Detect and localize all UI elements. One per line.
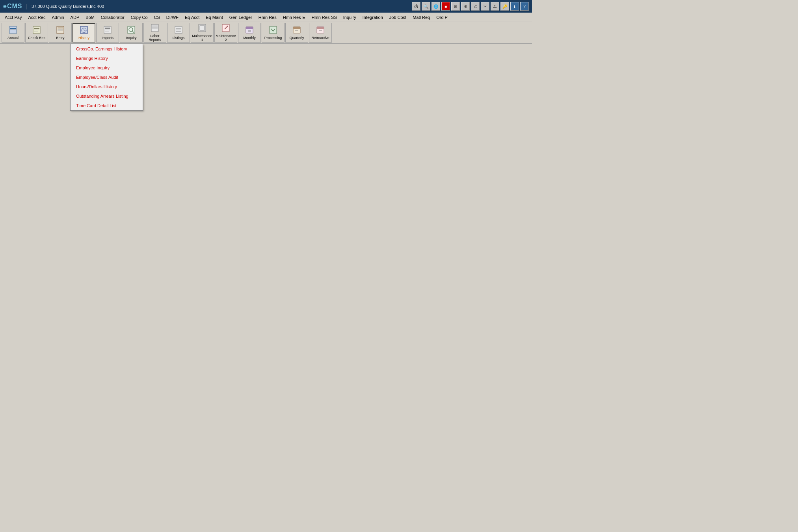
toolbar-btn-processing[interactable]: Processing bbox=[262, 23, 285, 43]
menu-item-acct-rec[interactable]: Acct Rec bbox=[25, 14, 48, 20]
key-btn[interactable]: 🔑 bbox=[500, 2, 509, 11]
svg-rect-8 bbox=[57, 26, 64, 33]
company-info: 37,000 Quick Quality Builders,Inc 400 bbox=[32, 4, 104, 9]
dropdown-item-crossco-earnings-history[interactable]: CrossCo. Earnings History bbox=[71, 44, 143, 54]
menu-item-hmn-res[interactable]: Hmn Res bbox=[255, 14, 280, 20]
menu-bar: Acct PayAcct RecAdminADPBoMCollaboratorC… bbox=[0, 13, 532, 22]
menu-item-integration[interactable]: Integration bbox=[359, 14, 386, 20]
retroactive-label: Retroactive bbox=[311, 36, 329, 40]
retroactive-icon bbox=[316, 26, 325, 35]
menu-item-copy-co[interactable]: Copy Co bbox=[128, 14, 151, 20]
menu-item-gen-ledger[interactable]: Gen Ledger bbox=[226, 14, 255, 20]
svg-rect-3 bbox=[10, 31, 14, 31]
quarterly-label: Quarterly bbox=[289, 36, 304, 40]
imports-label: Imports bbox=[102, 36, 113, 40]
menu-item-di-wf[interactable]: DI/WF bbox=[163, 14, 182, 20]
toolbar-btn-annual[interactable]: Annual bbox=[2, 23, 24, 43]
svg-point-34 bbox=[227, 26, 228, 27]
processing-icon bbox=[269, 26, 277, 35]
annual-label: Annual bbox=[7, 36, 19, 40]
labor-reports-label: Labor Reports bbox=[145, 34, 165, 42]
svg-rect-36 bbox=[246, 27, 253, 29]
labor-reports-icon bbox=[151, 24, 159, 33]
menu-item-collaborator[interactable]: Collaborator bbox=[98, 14, 128, 20]
processing-label: Processing bbox=[264, 36, 282, 40]
toolbar-btn-maintenance1[interactable]: Maintenance 1 bbox=[191, 23, 214, 43]
toolbar-btn-inquiry[interactable]: Inquiry bbox=[120, 23, 143, 43]
menu-item-hmn-res-ss[interactable]: Hmn Res-SS bbox=[309, 14, 340, 20]
print-btn[interactable]: 🖨 bbox=[471, 2, 480, 11]
maintenance1-label: Maintenance 1 bbox=[192, 34, 212, 42]
inquiry-icon bbox=[127, 26, 136, 35]
listings-icon bbox=[174, 26, 183, 35]
cut-btn[interactable]: ✂ bbox=[481, 2, 489, 11]
svg-rect-23 bbox=[151, 24, 158, 32]
menu-item-admin[interactable]: Admin bbox=[48, 14, 67, 20]
menu-item-adp[interactable]: ADP bbox=[67, 14, 83, 20]
menu-item-cs[interactable]: CS bbox=[151, 14, 163, 20]
grid-btn[interactable]: ⊞ bbox=[451, 2, 460, 11]
svg-rect-1 bbox=[10, 28, 16, 29]
globe-btn[interactable]: 🌐 bbox=[432, 2, 440, 11]
maintenance2-icon bbox=[221, 24, 230, 33]
dropdown-item-employee-inquiry[interactable]: Employee Inquiry bbox=[71, 63, 143, 73]
dropdown-item-employee-class-audit[interactable]: Employee/Class Audit bbox=[71, 73, 143, 82]
check-rec-label: Check Rec bbox=[28, 36, 45, 40]
menu-item-eq-acct[interactable]: Eq Acct bbox=[182, 14, 203, 20]
inquiry-label: Inquiry bbox=[126, 36, 136, 40]
svg-rect-2 bbox=[10, 30, 16, 30]
toolbar-btn-quarterly[interactable]: Quarterly bbox=[285, 23, 308, 43]
dropdown-item-earnings-history[interactable]: Earnings History bbox=[71, 54, 143, 63]
menu-item-bom[interactable]: BoM bbox=[82, 14, 98, 20]
main-content: CrossCo. Earnings HistoryEarnings Histor… bbox=[0, 44, 532, 352]
toolbar-btn-entry[interactable]: Entry bbox=[49, 23, 72, 43]
dropdown-item-time-card-detail-list[interactable]: Time Card Detail List bbox=[71, 101, 143, 110]
entry-label: Entry bbox=[56, 36, 64, 40]
separator: | bbox=[26, 3, 28, 9]
toolbar-btn-history[interactable]: History bbox=[73, 23, 95, 43]
svg-rect-39 bbox=[270, 26, 277, 33]
dropdown-item-outstanding-arrears-listing[interactable]: Outstanding Arrears Listing bbox=[71, 91, 143, 101]
gear-btn[interactable]: ⚙ bbox=[461, 2, 470, 11]
menu-item-ord-p[interactable]: Ord P bbox=[433, 14, 451, 20]
menu-item-hmn-res-e[interactable]: Hmn Res-E bbox=[280, 14, 309, 20]
history-dropdown: CrossCo. Earnings HistoryEarnings Histor… bbox=[70, 44, 143, 111]
title-left: eCMS | 37,000 Quick Quality Builders,Inc… bbox=[3, 3, 104, 10]
imports-icon bbox=[103, 26, 112, 35]
dropdown-item-hours-dollars-history[interactable]: Hours/Dollars History bbox=[71, 82, 143, 91]
svg-rect-44 bbox=[317, 27, 324, 29]
toolbar-btn-labor-reports[interactable]: Labor Reports bbox=[143, 23, 166, 43]
check-rec-icon bbox=[32, 26, 41, 35]
maintenance2-label: Maintenance 2 bbox=[216, 34, 236, 42]
help-btn[interactable]: ? bbox=[520, 2, 529, 11]
toolbar-btn-check-rec[interactable]: Check Rec bbox=[25, 23, 48, 43]
maintenance1-icon bbox=[198, 24, 206, 33]
menu-item-acct-pay[interactable]: Acct Pay bbox=[2, 14, 25, 20]
menu-item-job-cost[interactable]: Job Cost bbox=[386, 14, 409, 20]
stop-btn[interactable]: ■ bbox=[441, 2, 450, 11]
svg-rect-9 bbox=[58, 28, 63, 28]
menu-item-eq-maint[interactable]: Eq Maint bbox=[203, 14, 226, 20]
network-btn[interactable]: 🖧 bbox=[491, 2, 499, 11]
toolbar-btn-retroactive[interactable]: Retroactive bbox=[309, 23, 332, 43]
toolbar-btn-imports[interactable]: Imports bbox=[96, 23, 119, 43]
search-btn[interactable]: 🔍 bbox=[422, 2, 430, 11]
menu-item-matl-req[interactable]: Matl Req bbox=[409, 14, 433, 20]
annual-icon bbox=[9, 26, 17, 35]
info-btn[interactable]: ℹ bbox=[510, 2, 519, 11]
toolbar-btn-listings[interactable]: Listings bbox=[167, 23, 190, 43]
quarterly-icon bbox=[292, 26, 301, 35]
toolbar-btn-monthly[interactable]: Monthly bbox=[238, 23, 261, 43]
power-btn[interactable]: ⏻ bbox=[412, 2, 420, 11]
app-name: eCMS bbox=[3, 3, 22, 10]
history-icon bbox=[80, 26, 88, 35]
monthly-icon bbox=[245, 26, 254, 35]
toolbar-btn-maintenance2[interactable]: Maintenance 2 bbox=[214, 23, 237, 43]
svg-rect-41 bbox=[293, 27, 300, 29]
toolbar: AnnualCheck RecEntryHistoryImportsInquir… bbox=[0, 22, 532, 44]
title-bar: eCMS | 37,000 Quick Quality Builders,Inc… bbox=[0, 0, 532, 13]
title-icons: ⏻🔍🌐■⊞⚙🖨✂🖧🔑ℹ? bbox=[412, 2, 529, 11]
monthly-label: Monthly bbox=[243, 36, 256, 40]
menu-item-inquiry[interactable]: Inquiry bbox=[340, 14, 359, 20]
history-label: History bbox=[78, 36, 89, 40]
